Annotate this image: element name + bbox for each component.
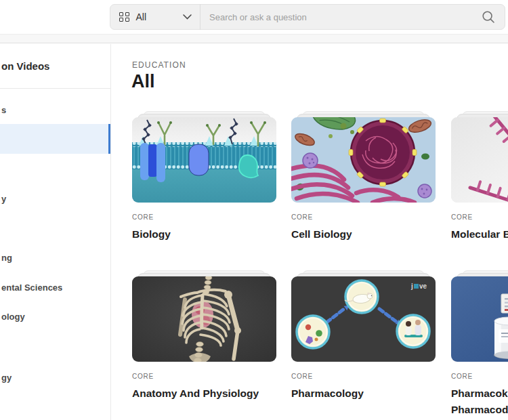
sidebar-item[interactable]: s — [1, 105, 6, 115]
card-title: Biology — [132, 226, 276, 243]
page-title: All — [131, 71, 155, 92]
card-badge: CORE — [291, 373, 436, 380]
pharmacology-pathway-illustration: jve — [291, 276, 436, 362]
divider — [0, 88, 110, 89]
card-title: Pharmacology — [291, 385, 436, 402]
sidebar-item[interactable]: ng — [1, 253, 12, 263]
card-badge: CORE — [291, 213, 436, 221]
search-scope-label: All — [136, 12, 147, 22]
cell-interior-illustration — [291, 117, 436, 203]
cell-membrane-illustration — [132, 117, 276, 203]
page-band — [0, 34, 508, 43]
card-title: Pharmacokinetics And Pharmacodynamics — [451, 385, 508, 418]
sidebar-item[interactable]: y — [1, 194, 6, 204]
card-badge: CORE — [451, 373, 508, 380]
course-card-biology[interactable]: CORE Biology — [132, 117, 276, 243]
search-input[interactable] — [200, 5, 482, 29]
jove-logo: jve — [411, 282, 427, 290]
card-badge: CORE — [132, 213, 276, 221]
card-badge: CORE — [451, 213, 508, 221]
card-title: Molecular Biology — [451, 226, 508, 243]
course-card-pharmacokinetics[interactable]: CORE Pharmacokinetics And Pharmacodynami… — [451, 276, 508, 418]
sidebar-item-selected[interactable] — [0, 124, 110, 154]
sidebar-item[interactable]: gy — [1, 373, 12, 383]
course-card-anatomy-physiology[interactable]: CORE Anatomy And Physiology — [132, 276, 276, 402]
chevron-down-icon — [183, 14, 192, 20]
category-grid-icon — [119, 12, 129, 22]
sidebar-item[interactable]: ental Sciences — [1, 282, 62, 293]
search-icon[interactable] — [482, 10, 495, 24]
section-eyebrow: EDUCATION — [132, 60, 186, 70]
card-badge: CORE — [132, 373, 276, 380]
card-title: Anatomy And Physiology — [132, 385, 276, 402]
card-title: Cell Biology — [291, 226, 436, 243]
medication-containers-illustration — [451, 276, 508, 362]
sidebar: on Videos s y ng ental Sciences ology gy — [0, 44, 111, 420]
course-card-molecular-biology[interactable]: CORE Molecular Biology — [451, 117, 508, 243]
sidebar-item[interactable]: ology — [1, 312, 25, 322]
search-bar: All — [110, 4, 505, 30]
skeleton-torso-illustration — [132, 276, 276, 362]
search-scope-dropdown[interactable]: All — [110, 5, 200, 29]
course-card-cell-biology[interactable]: CORE Cell Biology — [291, 117, 436, 243]
dna-strands-illustration — [451, 117, 508, 203]
sidebar-header: on Videos — [1, 60, 49, 72]
course-card-pharmacology[interactable]: jve — [291, 276, 436, 402]
content-area: EDUCATION All — [112, 44, 508, 420]
